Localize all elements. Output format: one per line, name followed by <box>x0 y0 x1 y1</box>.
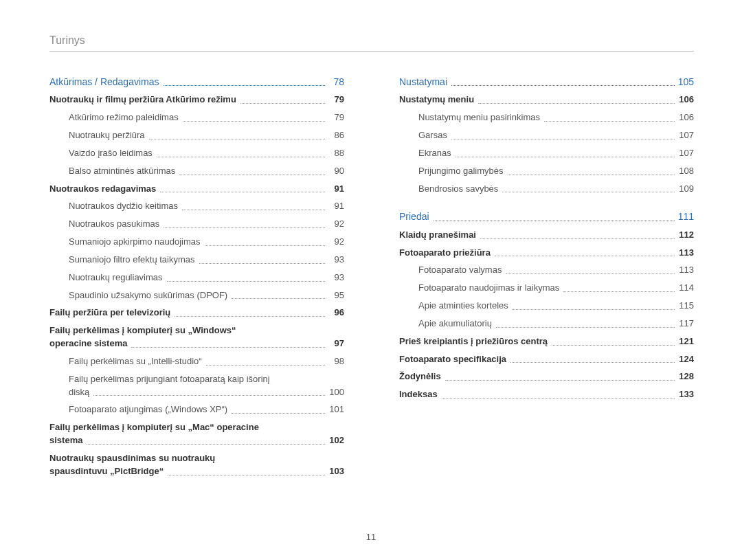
toc-page: 93 <box>328 254 344 267</box>
leader-dots <box>232 413 325 414</box>
toc-label: Priedai <box>399 210 429 223</box>
leader-dots <box>149 139 325 139</box>
leader-dots <box>157 157 325 157</box>
toc-heading[interactable]: Nuotraukų ir filmų peržiūra Atkūrimo rež… <box>49 93 344 107</box>
leader-dots <box>456 157 675 157</box>
toc-item[interactable]: Nuotraukų reguliavimas93 <box>49 271 344 284</box>
toc-item[interactable]: Garsas107 <box>399 129 694 142</box>
toc-label: sistema <box>49 434 82 447</box>
toc-heading[interactable]: Fotoaparato specifikacija124 <box>399 353 694 366</box>
toc-item[interactable]: Failų perkėlimas prijungiant fotoaparatą… <box>49 373 344 386</box>
toc-page: 78 <box>328 75 344 89</box>
leader-dots <box>451 139 675 139</box>
toc-label: Indeksas <box>399 388 438 401</box>
leader-dots <box>502 192 675 192</box>
leader-dots <box>496 327 675 328</box>
toc-item[interactable]: Failų perkėlimas su „Intelli-studio“98 <box>49 355 344 368</box>
leader-dots <box>183 121 325 122</box>
toc-item[interactable]: Sumaniojo apkirpimo naudojimas92 <box>49 236 344 249</box>
leader-dots <box>175 316 325 317</box>
leader-dots <box>508 175 675 175</box>
leader-dots <box>168 475 325 475</box>
toc-heading[interactable]: Klaidų pranešimai112 <box>399 229 694 242</box>
toc-label: Klaidų pranešimai <box>399 229 476 242</box>
toc-item[interactable]: Fotoaparato valymas113 <box>399 264 694 277</box>
leader-dots <box>205 245 326 246</box>
toc-item[interactable]: Vaizdo įrašo leidimas88 <box>49 147 344 160</box>
toc-item[interactable]: Nuotraukų peržiūra86 <box>49 129 344 142</box>
toc-heading[interactable]: Fotoaparato priežiūra113 <box>399 247 694 260</box>
toc-item[interactable]: Bendrosios savybės109 <box>399 183 694 196</box>
toc-page: 92 <box>328 236 344 249</box>
toc-page: 128 <box>677 370 694 383</box>
toc-section[interactable]: Atkūrimas / Redagavimas 78 <box>49 75 344 89</box>
toc-label: Balso atmintinės atkūrimas <box>69 165 175 178</box>
toc-heading-cont[interactable]: spausdintuvu „PictBridge“103 <box>49 465 344 478</box>
toc-label: Nuotraukos redagavimas <box>49 183 156 196</box>
toc-label: Žodynėlis <box>399 370 441 383</box>
toc-page: 101 <box>328 403 344 416</box>
toc-section[interactable]: Nustatymai105 <box>399 75 694 89</box>
toc-label: Bendrosios savybės <box>418 183 498 196</box>
toc-label: Prijungimo galimybės <box>418 165 504 178</box>
leader-dots <box>510 362 675 363</box>
toc-label: Fotoaparato priežiūra <box>399 247 491 260</box>
leader-dots <box>451 85 675 86</box>
toc-page: 113 <box>677 247 694 260</box>
toc-heading-cont[interactable]: operacine sistema97 <box>49 337 344 350</box>
toc-heading[interactable]: Nuotraukų spausdinimas su nuotraukų <box>49 452 344 465</box>
page: Turinys Atkūrimas / Redagavimas 78 Nuotr… <box>0 0 742 560</box>
toc-label: Nustatymų meniu <box>399 93 474 107</box>
toc-heading[interactable]: Indeksas133 <box>399 388 694 401</box>
toc-page: 92 <box>328 218 344 231</box>
toc-label: Prieš kreipiantis į priežiūros centrą <box>399 335 548 348</box>
leader-dots <box>232 298 325 299</box>
toc-item[interactable]: Prijungimo galimybės108 <box>399 165 694 178</box>
toc-heading[interactable]: Nuotraukos redagavimas91 <box>49 183 344 196</box>
leader-dots <box>513 309 675 310</box>
toc-item[interactable]: Fotoaparato atjungimas („Windows XP“)101 <box>49 403 344 416</box>
columns: Atkūrimas / Redagavimas 78 Nuotraukų ir … <box>49 75 694 483</box>
toc-page: 93 <box>328 271 344 284</box>
toc-label: Sumaniojo apkirpimo naudojimas <box>69 236 201 249</box>
toc-page: 95 <box>328 289 344 302</box>
toc-page: 90 <box>328 165 344 178</box>
toc-heading[interactable]: Nustatymų meniu106 <box>399 93 694 107</box>
toc-label: Atkūrimo režimo paleidimas <box>69 111 179 124</box>
toc-item[interactable]: Atkūrimo režimo paleidimas79 <box>49 111 344 124</box>
toc-item[interactable]: Spaudinio užsakymo sukūrimas (DPOF)95 <box>49 289 344 302</box>
toc-item[interactable]: Nuotraukos dydžio keitimas91 <box>49 200 344 213</box>
toc-heading[interactable]: Failų peržiūra per televizorių96 <box>49 306 344 320</box>
toc-item-cont[interactable]: diską100 <box>49 386 344 399</box>
toc-label: Garsas <box>418 129 447 142</box>
toc-heading[interactable]: Failų perkėlimas į kompiuterį su „Window… <box>49 324 344 337</box>
toc-heading[interactable]: Failų perkėlimas į kompiuterį su „Mac“ o… <box>49 421 344 434</box>
column-left: Atkūrimas / Redagavimas 78 Nuotraukų ir … <box>49 75 344 483</box>
toc-label: Apie akumuliatorių <box>418 317 492 331</box>
leader-dots <box>506 273 675 274</box>
leader-dots <box>563 291 675 292</box>
toc-item[interactable]: Apie akumuliatorių117 <box>399 317 694 331</box>
toc-item[interactable]: Ekranas107 <box>399 147 694 160</box>
toc-page: 86 <box>328 129 344 142</box>
toc-heading-cont[interactable]: sistema102 <box>49 434 344 447</box>
toc-item[interactable]: Nustatymų meniu pasirinkimas106 <box>399 111 694 124</box>
toc-page: 108 <box>677 165 694 178</box>
toc-page: 117 <box>677 317 694 331</box>
toc-item[interactable]: Balso atmintinės atkūrimas90 <box>49 165 344 178</box>
toc-heading[interactable]: Prieš kreipiantis į priežiūros centrą121 <box>399 335 694 348</box>
toc-item[interactable]: Nuotraukos pasukimas92 <box>49 218 344 231</box>
toc-item[interactable]: Fotoaparato naudojimas ir laikymas114 <box>399 282 694 295</box>
toc-label: Failų perkėlimas į kompiuterį su „Window… <box>49 324 236 337</box>
toc-item[interactable]: Sumaniojo filtro efektų taikymas93 <box>49 254 344 267</box>
toc-page: 91 <box>328 200 344 213</box>
toc-heading[interactable]: Žodynėlis128 <box>399 370 694 383</box>
leader-dots <box>167 281 325 282</box>
toc-section[interactable]: Priedai111 <box>399 210 694 223</box>
leader-dots <box>87 444 325 445</box>
toc-item[interactable]: Apie atminties korteles115 <box>399 300 694 313</box>
toc-label: Sumaniojo filtro efektų taikymas <box>69 254 195 267</box>
toc-label: Nustatymų meniu pasirinkimas <box>418 111 540 124</box>
leader-dots <box>199 263 325 264</box>
toc-page: 100 <box>328 386 344 399</box>
